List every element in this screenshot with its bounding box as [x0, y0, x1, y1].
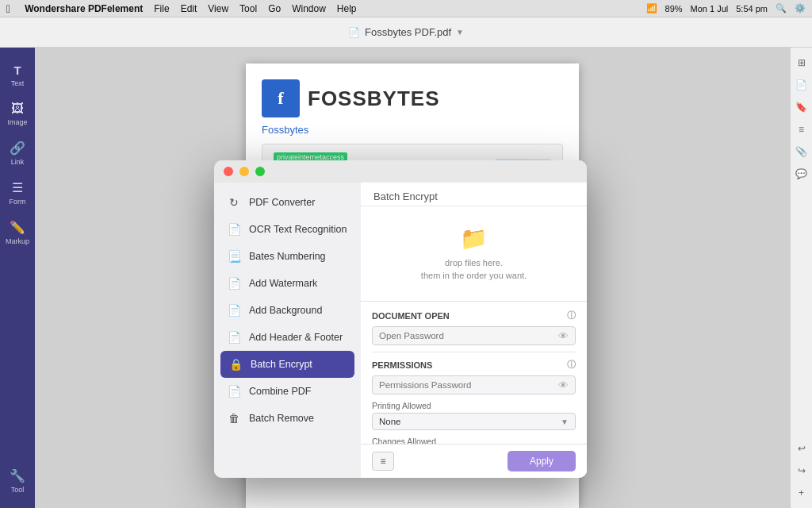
- section-divider-1: [372, 352, 576, 352]
- open-password-row: 👁: [372, 326, 576, 345]
- menu-tool[interactable]: Tool: [239, 3, 257, 14]
- header-footer-icon: 📄: [227, 331, 241, 344]
- menu-file[interactable]: File: [154, 3, 169, 14]
- menu-item-label: PDF Converter: [249, 197, 315, 208]
- search-icon[interactable]: 🔍: [776, 3, 787, 13]
- drop-line2: them in the order you want.: [421, 269, 527, 283]
- menu-item-batch-encrypt[interactable]: 🔒 Batch Encrypt: [220, 351, 354, 378]
- pdf-converter-icon: ↻: [227, 196, 241, 209]
- minimize-button[interactable]: [239, 167, 249, 176]
- document-open-info-icon[interactable]: ⓘ: [567, 310, 576, 321]
- open-password-eye-icon[interactable]: 👁: [552, 330, 575, 342]
- menubar-items: File Edit View Tool Go Window Help: [154, 3, 356, 14]
- content-header: Batch Encrypt: [361, 183, 587, 206]
- menu-item-combine-pdf[interactable]: 📄 Combine PDF: [214, 378, 361, 405]
- dialog-menu: ↻ PDF Converter 📄 OCR Text Recognition 📃…: [214, 183, 361, 478]
- menu-item-ocr[interactable]: 📄 OCR Text Recognition: [214, 216, 361, 243]
- menu-item-watermark[interactable]: 📄 Add Watermark: [214, 270, 361, 297]
- menu-item-label: OCR Text Recognition: [249, 224, 347, 235]
- menu-item-header-footer[interactable]: 📄 Add Header & Footer: [214, 324, 361, 351]
- dialog-overlay: ↻ PDF Converter 📄 OCR Text Recognition 📃…: [0, 17, 812, 508]
- menu-item-label: Add Watermark: [249, 278, 317, 289]
- menu-item-label: Combine PDF: [249, 386, 312, 397]
- menubar-right: 📶 89% Mon 1 Jul 5:54 pm 🔍 ⚙️: [646, 3, 806, 13]
- permissions-password-row: 👁: [372, 375, 576, 394]
- background-icon: 📄: [227, 304, 241, 317]
- menu-item-label: Bates Numbering: [249, 251, 326, 262]
- dialog-content: Batch Encrypt 📁 drop files here. them in…: [361, 183, 587, 478]
- printing-label: Printing Allowed: [372, 401, 576, 410]
- control-center-icon[interactable]: ⚙️: [795, 3, 806, 13]
- combine-pdf-icon: 📄: [227, 385, 241, 398]
- menu-item-bates[interactable]: 📃 Bates Numbering: [214, 243, 361, 270]
- menubar-left:  Wondershare PDFelement File Edit View …: [6, 2, 357, 15]
- document-open-label: DOCUMENT OPEN: [372, 311, 450, 321]
- permissions-header: PERMISSIONS ⓘ: [372, 359, 576, 371]
- app-name: Wondershare PDFelement: [25, 3, 143, 14]
- menu-item-label: Add Background: [249, 305, 322, 316]
- bates-icon: 📃: [227, 250, 241, 263]
- time: 5:54 pm: [736, 4, 768, 13]
- ocr-icon: 📄: [227, 223, 241, 236]
- changes-label: Changes Allowed: [372, 437, 576, 444]
- batch-process-dialog: ↻ PDF Converter 📄 OCR Text Recognition 📃…: [214, 160, 587, 478]
- menu-item-pdf-converter[interactable]: ↻ PDF Converter: [214, 189, 361, 216]
- menu-go[interactable]: Go: [268, 3, 281, 14]
- list-view-button[interactable]: ≡: [372, 452, 394, 471]
- batch-remove-icon: 🗑: [227, 412, 241, 425]
- menubar:  Wondershare PDFelement File Edit View …: [0, 0, 812, 17]
- permissions-password-input[interactable]: [373, 376, 552, 394]
- dialog-body: ↻ PDF Converter 📄 OCR Text Recognition 📃…: [214, 183, 587, 478]
- watermark-icon: 📄: [227, 277, 241, 290]
- drop-zone[interactable]: 📁 drop files here. them in the order you…: [361, 206, 587, 302]
- drop-zone-text: drop files here. them in the order you w…: [421, 256, 527, 283]
- battery: 89%: [665, 4, 683, 13]
- printing-chevron-icon: ▼: [561, 418, 569, 426]
- content-title: Batch Encrypt: [373, 190, 438, 202]
- apple-menu[interactable]: : [6, 2, 10, 15]
- menu-window[interactable]: Window: [292, 3, 326, 14]
- permissions-info-icon[interactable]: ⓘ: [567, 359, 576, 371]
- menu-item-label: Batch Encrypt: [251, 359, 312, 370]
- menu-help[interactable]: Help: [337, 3, 357, 14]
- dialog-footer: ≡ Apply: [361, 444, 587, 478]
- apply-button[interactable]: Apply: [508, 451, 576, 471]
- batch-encrypt-icon: 🔒: [228, 358, 243, 371]
- date: Mon 1 Jul: [691, 4, 729, 13]
- printing-value: None: [379, 417, 401, 426]
- wifi-icon: 📶: [646, 3, 657, 13]
- footer-left: ≡: [372, 452, 394, 471]
- close-button[interactable]: [224, 167, 233, 176]
- folder-icon: 📁: [460, 225, 488, 252]
- settings-panel: DOCUMENT OPEN ⓘ 👁 PERMISSIONS ⓘ: [361, 302, 587, 444]
- printing-select[interactable]: None ▼: [372, 413, 576, 430]
- permissions-label: PERMISSIONS: [372, 360, 432, 370]
- menu-item-batch-remove[interactable]: 🗑 Batch Remove: [214, 405, 361, 432]
- menu-view[interactable]: View: [208, 3, 228, 14]
- permissions-password-eye-icon[interactable]: 👁: [552, 379, 575, 391]
- menu-edit[interactable]: Edit: [181, 3, 197, 14]
- drop-line1: drop files here.: [421, 256, 527, 270]
- dialog-titlebar: [214, 160, 587, 183]
- open-password-input[interactable]: [373, 327, 552, 344]
- menu-item-background[interactable]: 📄 Add Background: [214, 297, 361, 324]
- menu-item-label: Batch Remove: [249, 413, 314, 424]
- menu-item-label: Add Header & Footer: [249, 332, 343, 343]
- document-open-header: DOCUMENT OPEN ⓘ: [372, 310, 576, 321]
- maximize-button[interactable]: [255, 167, 265, 176]
